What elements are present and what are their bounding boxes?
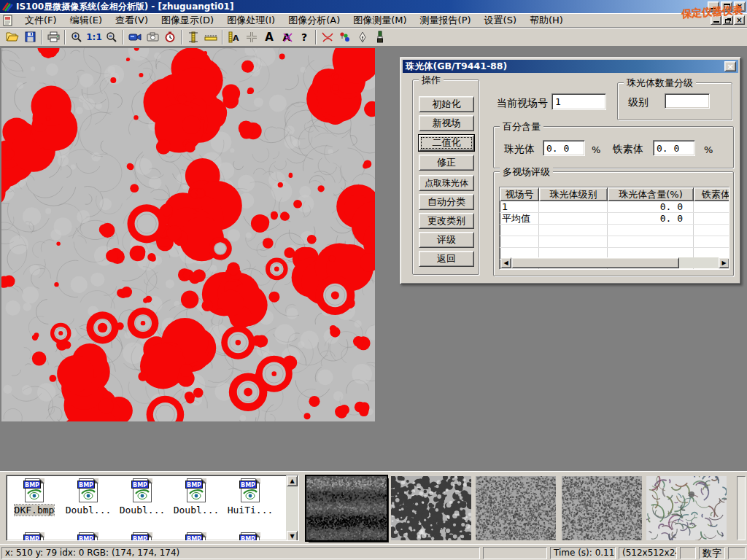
timer-icon[interactable] bbox=[161, 29, 179, 45]
file-name[interactable]: Doubl... bbox=[174, 505, 220, 516]
metallographic-image[interactable] bbox=[1, 48, 375, 421]
return-button[interactable]: 返回 bbox=[419, 251, 474, 267]
actual-size-icon[interactable]: 1:1 bbox=[85, 29, 103, 45]
file-item[interactable]: BMP Doubl... bbox=[61, 478, 115, 516]
video-camera-icon[interactable] bbox=[126, 29, 144, 45]
menu-image-measure[interactable]: 图像测量(M) bbox=[347, 12, 413, 28]
dialog-title-bar[interactable]: 珠光体(GB/T9441-88) × bbox=[403, 60, 738, 73]
mode-status: 数字 bbox=[699, 547, 725, 559]
file-item[interactable]: BMP HuiTi... bbox=[223, 478, 277, 516]
rate-button[interactable]: 评级 bbox=[419, 232, 474, 248]
time-status: Time (s): 0.113 bbox=[550, 547, 616, 559]
help-icon[interactable]: ? bbox=[295, 29, 313, 45]
print-icon[interactable] bbox=[44, 29, 62, 45]
bmp-file-icon: BMP bbox=[239, 478, 261, 503]
thumbnail-scroll-strip[interactable] bbox=[737, 476, 746, 540]
brush-icon[interactable] bbox=[371, 29, 389, 45]
thumbnail-2[interactable] bbox=[391, 476, 471, 540]
cell-grade bbox=[539, 213, 608, 224]
menu-image-analysis[interactable]: 图像分析(A) bbox=[282, 12, 347, 28]
scroll-down-icon[interactable]: ▼ bbox=[287, 531, 298, 541]
table-row[interactable]: 1 0. 0 bbox=[500, 201, 729, 213]
file-name[interactable]: Doubl... bbox=[120, 505, 166, 516]
cell-content: 0. 0 bbox=[608, 201, 694, 212]
move-cross-icon[interactable] bbox=[243, 29, 260, 45]
zoom-in-icon[interactable] bbox=[68, 29, 85, 45]
scroll-up-icon[interactable]: ▲ bbox=[287, 475, 298, 486]
menu-image-processing[interactable]: 图像处理(I) bbox=[220, 12, 282, 28]
bmp-file-icon: BMP bbox=[77, 478, 99, 503]
pearlite-percent-input[interactable] bbox=[543, 140, 585, 156]
menu-image-display[interactable]: 图像显示(D) bbox=[155, 12, 220, 28]
text-icon[interactable]: A bbox=[260, 29, 278, 45]
scroll-left-icon[interactable]: ◀ bbox=[500, 257, 511, 268]
app-icon bbox=[1, 1, 13, 12]
table-row[interactable]: 平均值 0. 0 bbox=[500, 213, 729, 225]
mdi-close-button[interactable]: × bbox=[734, 15, 745, 25]
binarize-button[interactable]: 二值化 bbox=[419, 135, 474, 151]
scroll-thumb[interactable] bbox=[511, 257, 679, 268]
file-scrollbar[interactable]: ▲ ▼ bbox=[286, 475, 298, 541]
ferrite-percent-sign: % bbox=[704, 144, 713, 155]
save-icon[interactable] bbox=[21, 29, 39, 45]
grade-input[interactable] bbox=[665, 93, 710, 109]
menu-measure-report[interactable]: 测量报告(P) bbox=[414, 12, 478, 28]
col-pearlite-content[interactable]: 珠光体含量(%) bbox=[608, 187, 694, 201]
mdi-restore-button[interactable] bbox=[722, 15, 733, 25]
minimize-icon bbox=[711, 4, 716, 9]
menu-help[interactable]: 帮助(H) bbox=[523, 12, 570, 28]
status-spacer bbox=[680, 547, 696, 559]
thumbnail-1[interactable] bbox=[306, 476, 387, 540]
file-item[interactable]: BMP Doubl... bbox=[169, 478, 223, 516]
caliper-icon[interactable] bbox=[185, 29, 202, 45]
scroll-right-icon[interactable]: ▶ bbox=[719, 257, 729, 268]
rating-table[interactable]: 视场号 珠光体级别 珠光体含量(%) 铁素体含量(%) 1 0. 0 平均值 0… bbox=[499, 187, 729, 270]
ferrite-percent-input[interactable] bbox=[653, 140, 695, 156]
table-row-empty bbox=[500, 236, 729, 248]
auto-classify-button[interactable]: 自动分类 bbox=[419, 194, 474, 210]
menu-edit[interactable]: 编辑(E) bbox=[63, 12, 109, 28]
new-field-button[interactable]: 新视场 bbox=[419, 115, 474, 131]
marker-pins-icon[interactable] bbox=[336, 29, 354, 45]
file-item[interactable]: BMP DKF.bmp bbox=[7, 478, 61, 516]
toolbar-separator bbox=[315, 30, 317, 44]
table-horizontal-scrollbar[interactable]: ◀ ▶ bbox=[500, 257, 729, 268]
mdi-restore-icon bbox=[725, 19, 730, 23]
curve-tool-icon[interactable] bbox=[319, 29, 336, 45]
change-class-button[interactable]: 更改类别 bbox=[419, 213, 474, 229]
pick-pearlite-button[interactable]: 点取珠光体 bbox=[419, 175, 474, 191]
file-item[interactable]: BMP Doubl... bbox=[115, 478, 169, 516]
operation-group: 操作 初始化 新视场 二值化 修正 点取珠光体 自动分类 更改类别 评级 返回 bbox=[412, 79, 479, 275]
dialog-close-button[interactable]: × bbox=[724, 61, 736, 71]
file-name[interactable]: Doubl... bbox=[66, 505, 112, 516]
menu-settings[interactable]: 设置(S) bbox=[478, 12, 523, 28]
minimize-button[interactable] bbox=[708, 1, 719, 12]
thumbnail-3[interactable] bbox=[476, 476, 556, 540]
ruler-icon[interactable] bbox=[202, 29, 220, 45]
menu-file[interactable]: 文件(F) bbox=[18, 12, 63, 28]
multifield-group: 多视场评级 视场号 珠光体级别 珠光体含量(%) 铁素体含量(%) 1 0. 0… bbox=[493, 171, 734, 276]
maximize-button[interactable] bbox=[721, 1, 732, 12]
initialize-button[interactable]: 初始化 bbox=[419, 96, 474, 112]
pen-tool-icon[interactable] bbox=[354, 29, 371, 45]
close-button[interactable]: × bbox=[734, 1, 746, 12]
thumbnail-4[interactable] bbox=[562, 476, 642, 540]
file-name[interactable]: DKF.bmp bbox=[15, 505, 55, 516]
current-field-input[interactable] bbox=[551, 93, 606, 110]
pearlite-percent-sign: % bbox=[592, 144, 600, 155]
bmp-file-icon: BMP bbox=[185, 532, 207, 541]
mdi-minimize-button[interactable] bbox=[711, 15, 721, 25]
col-field-number[interactable]: 视场号 bbox=[500, 187, 539, 201]
thumbnail-5[interactable] bbox=[646, 476, 727, 540]
col-pearlite-grade[interactable]: 珠光体级别 bbox=[539, 187, 608, 201]
measure-text-icon[interactable]: A bbox=[225, 29, 243, 45]
text-off-icon[interactable]: A bbox=[278, 29, 295, 45]
ferrite-label: 铁素体 bbox=[613, 143, 643, 156]
file-name[interactable]: HuiTi... bbox=[228, 505, 274, 516]
camera-icon[interactable] bbox=[144, 29, 161, 45]
open-icon[interactable] bbox=[4, 29, 21, 45]
col-ferrite-content[interactable]: 铁素体含量(%) bbox=[694, 187, 729, 201]
zoom-out-icon[interactable] bbox=[103, 29, 120, 45]
correct-button[interactable]: 修正 bbox=[419, 155, 474, 171]
menu-view[interactable]: 查看(V) bbox=[109, 12, 155, 28]
